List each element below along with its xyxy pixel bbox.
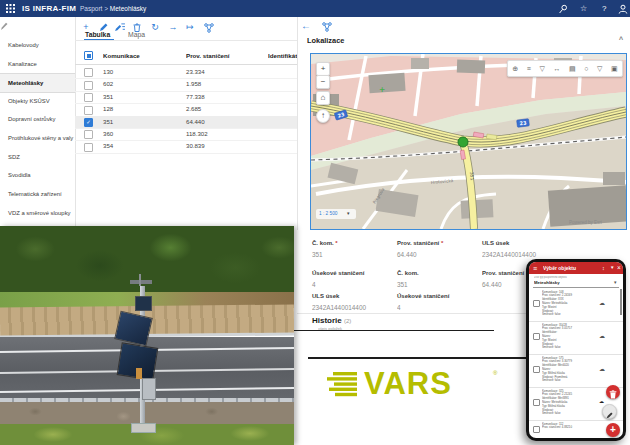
select-all-checkbox[interactable]: [84, 51, 93, 60]
sidebar-item-vdz-sloupky[interactable]: VDZ a směrové sloupky: [0, 204, 75, 222]
sidebar-item-sdz[interactable]: SDZ: [0, 148, 75, 166]
table-row-selected[interactable]: ✓35164.440: [75, 116, 297, 129]
table-row[interactable]: 6021.958: [75, 78, 297, 91]
sidebar-item-dopravni-ostruvky[interactable]: Dopravní ostrůvky: [0, 110, 75, 128]
basemap-icon[interactable]: ⊕: [512, 65, 518, 73]
map-marker[interactable]: [458, 137, 468, 147]
sidebar-item-telematicka-zarizeni[interactable]: Telematická zařízení: [0, 185, 75, 203]
table-row[interactable]: 13023.334: [75, 66, 297, 79]
filter-icon[interactable]: ▽: [539, 65, 544, 73]
table-row[interactable]: 360118.302: [75, 128, 297, 141]
photo-sensor-crossarm: [130, 280, 152, 284]
row-checkbox[interactable]: [84, 130, 93, 139]
row-checkbox[interactable]: [84, 93, 93, 102]
map-compass-button[interactable]: ↑: [316, 109, 330, 123]
field-label-uls-usek: ULS úsek: [482, 240, 509, 246]
field-value-prov-staniceni[interactable]: 64.440: [397, 251, 417, 258]
vars-logo-icon: [327, 372, 357, 400]
row-checkbox[interactable]: [84, 81, 93, 90]
sidebar-item-svodidla[interactable]: Svodidla: [0, 166, 75, 184]
row-checkbox[interactable]: [84, 106, 93, 115]
phone-app-bar: ≡ Výběr objektu ↕ ▼ ×: [529, 262, 623, 274]
map-scale-control[interactable]: 1 : 2 500 ▾: [316, 209, 356, 219]
help-icon[interactable]: ?: [602, 4, 606, 13]
map-container[interactable]: 23 23 351 Hrotovická Riegrova + + − ⌂ ↑ …: [310, 53, 627, 230]
row-checkbox-checked[interactable]: ✓: [84, 118, 93, 127]
field-value-uls-usek[interactable]: 2342A1440014400: [482, 251, 592, 258]
field-value-uls-usek-2[interactable]: 2342A1440014400: [312, 304, 392, 311]
sidebar-item-objekty-ksusv[interactable]: Objekty KSÚSV: [0, 92, 75, 110]
sidebar-item-protihlukove-steny[interactable]: Protihlukové stěny a valy: [0, 129, 75, 147]
move-to-end-button[interactable]: ↦: [184, 21, 196, 33]
app-window: IS INFRA-FIM Pasport > Meteohlásky ☆ ? K…: [0, 0, 630, 445]
breadcrumb-separator: >: [104, 5, 108, 12]
column-header-prov-staniceni[interactable]: Prov. staničení: [186, 49, 230, 63]
close-icon[interactable]: ×: [617, 264, 621, 271]
map-zoom-in-button[interactable]: +: [316, 62, 330, 76]
phone-dropdown-value[interactable]: Meteohlásky: [534, 280, 560, 285]
cell-komunikace: 351: [103, 116, 113, 128]
share-panel-button[interactable]: [322, 22, 332, 32]
collapse-chevron-icon[interactable]: ^: [619, 36, 623, 43]
sort-icon[interactable]: ↕: [602, 265, 605, 271]
select-icon[interactable]: ▽: [597, 65, 602, 73]
field-value-c-kom-2[interactable]: 351: [397, 281, 408, 288]
cell-staniceni: 23.334: [186, 66, 205, 78]
field-value-prov-staniceni-2[interactable]: 64.440: [482, 281, 502, 288]
bulk-edit-button[interactable]: [115, 23, 125, 32]
scale-caret-icon[interactable]: ▾: [347, 210, 350, 216]
menu-icon[interactable]: ≡: [533, 265, 537, 272]
dropdown-caret-icon[interactable]: ▾: [614, 279, 617, 285]
column-header-komunikace[interactable]: Komunikace: [103, 49, 140, 63]
layers-icon[interactable]: ▤: [569, 65, 576, 73]
draw-icon[interactable]: ○: [584, 65, 588, 72]
map-canvas[interactable]: 23 23 351 Hrotovická Riegrova +: [311, 54, 626, 229]
sidebar-item-meteohlasky[interactable]: Meteohlásky: [0, 73, 75, 93]
table-row[interactable]: 35177.338: [75, 91, 297, 104]
field-label-usekove-staniceni-2: Úsekové staničení: [397, 293, 449, 299]
item-checkbox[interactable]: [533, 366, 540, 373]
back-button[interactable]: ←: [301, 20, 311, 31]
map-home-button[interactable]: ⌂: [316, 91, 330, 105]
filter-funnel-icon[interactable]: ▼: [610, 265, 614, 270]
pin-icon[interactable]: [558, 4, 568, 14]
cloud-sync-icon[interactable]: ☁: [599, 299, 605, 306]
move-forward-button[interactable]: →: [167, 21, 179, 33]
breadcrumb[interactable]: Pasport > Meteohlásky: [80, 5, 146, 12]
share-button[interactable]: [204, 23, 214, 33]
table-row[interactable]: 35430.839: [75, 140, 297, 153]
phone-list-item[interactable]: Komunikace: 108 Prov. staničení: 2.24169…: [529, 288, 623, 322]
phone-scrollbar[interactable]: [620, 289, 622, 315]
row-checkbox[interactable]: [84, 68, 93, 77]
history-section-title[interactable]: Historie (2): [312, 316, 351, 325]
item-checkbox[interactable]: [533, 333, 540, 340]
row-checkbox[interactable]: [84, 143, 93, 152]
favorites-star-icon[interactable]: ☆: [580, 4, 587, 13]
map-zoom-out-button[interactable]: −: [316, 75, 330, 89]
field-value-usekove-staniceni-2[interactable]: 4: [397, 304, 401, 311]
sidebar-item-kabelovody[interactable]: Kabelovody: [0, 36, 75, 54]
field-value-c-kom[interactable]: 351: [312, 251, 323, 258]
refresh-button[interactable]: ↻: [149, 21, 161, 33]
user-icon[interactable]: [618, 4, 628, 14]
cloud-sync-icon[interactable]: ☁: [599, 365, 605, 372]
app-grid-icon[interactable]: [6, 4, 15, 13]
item-checkbox[interactable]: [533, 300, 540, 307]
cloud-sync-icon[interactable]: ☁: [599, 332, 605, 339]
sidebar-item-kanalizace[interactable]: Kanalizace: [0, 55, 75, 73]
measure-icon[interactable]: ↔: [553, 65, 560, 72]
table-row[interactable]: 1282.685: [75, 103, 297, 116]
fab-delete-button[interactable]: [606, 385, 620, 399]
phone-list-item[interactable]: Komunikace: 575 Prov. staničení: 3.30779…: [529, 354, 623, 388]
print-icon[interactable]: ▣: [611, 65, 618, 73]
fab-add-button[interactable]: +: [606, 423, 620, 437]
fab-edit-button[interactable]: [602, 404, 617, 419]
legend-icon[interactable]: ≡: [527, 65, 531, 72]
field-value-usekove-staniceni[interactable]: 4: [312, 281, 316, 288]
item-checkbox[interactable]: [533, 426, 540, 433]
column-header-identifikator[interactable]: Identifikátor: [268, 49, 297, 63]
phone-list-item[interactable]: Komunikace: 35428 Prov. staničení: 3.057…: [529, 321, 623, 355]
item-checkbox[interactable]: [533, 399, 540, 406]
breadcrumb-root[interactable]: Pasport: [80, 5, 102, 12]
edit-pin-icon[interactable]: [0, 22, 9, 31]
